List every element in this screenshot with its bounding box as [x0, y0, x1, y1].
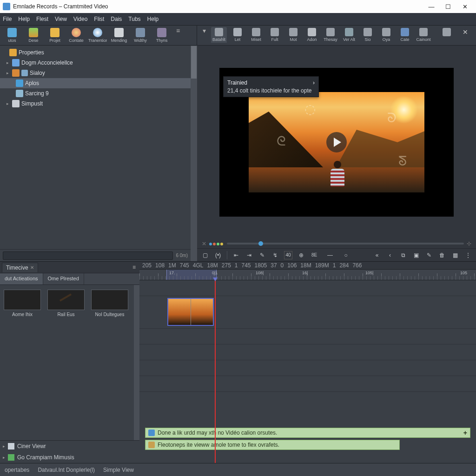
chevron-icon[interactable]: ▸: [5, 101, 10, 106]
tree-item[interactable]: ▸ Dogm Acconcielellce: [0, 58, 197, 68]
tool-veralt[interactable]: Ver Alt: [341, 27, 357, 43]
tool-oya[interactable]: Oya: [378, 27, 394, 43]
chevron-right-icon[interactable]: ›: [313, 79, 315, 86]
video-track[interactable]: [139, 280, 476, 296]
panel-icon: [157, 28, 166, 37]
sidebar-search-input[interactable]: [3, 251, 173, 260]
cut-button[interactable]: ✎: [258, 251, 266, 259]
tree-root[interactable]: Properties: [0, 47, 197, 58]
tool-mot[interactable]: Mot: [285, 27, 301, 43]
bin-tab[interactable]: Timecive ✕: [2, 263, 38, 272]
timecode: 40: [284, 251, 292, 259]
video-monitor[interactable]: ◌ ᘐ ᘕ ᘓ Trainied› 21,4 colt tinis itochi…: [219, 68, 454, 217]
close-button[interactable]: ✕: [456, 0, 473, 13]
chart-icon: [8, 454, 14, 461]
tool-batahlt[interactable]: Batahlt: [211, 27, 227, 43]
play-button[interactable]: [326, 132, 347, 152]
menu-item[interactable]: Flist: [94, 16, 104, 22]
video-track[interactable]: [139, 296, 476, 329]
tool-let[interactable]: Let: [230, 27, 245, 43]
menu-item[interactable]: Dais: [111, 16, 122, 22]
tool-cate[interactable]: Cate: [397, 27, 413, 43]
tool-sio[interactable]: Sio: [360, 27, 376, 43]
next-frame-button[interactable]: ⇥: [245, 251, 253, 259]
close-tab-icon[interactable]: ✕: [30, 265, 34, 270]
prev-frame-button[interactable]: ⇤: [232, 251, 240, 259]
scrub-track[interactable]: [227, 243, 464, 245]
tool-adon[interactable]: Adon: [304, 27, 320, 43]
sidebar-scrollbar[interactable]: [191, 46, 197, 261]
tree-item[interactable]: ▸ Sialoy: [0, 68, 197, 78]
chevron-icon[interactable]: ▸: [5, 71, 10, 75]
media-thumbnail: [91, 290, 128, 310]
timeline-hint[interactable]: Done a lik urdd may xth no Vidéo calion …: [145, 428, 470, 438]
tool-dese[interactable]: Dese: [24, 27, 43, 44]
tool-thesay[interactable]: Thesay: [323, 27, 338, 43]
edit-button[interactable]: ↯: [271, 251, 279, 259]
snap-button[interactable]: ⧉: [399, 251, 407, 259]
menu-item[interactable]: Tubs: [128, 16, 140, 22]
video-track[interactable]: [139, 344, 476, 360]
marker-button[interactable]: ▣: [412, 251, 420, 259]
tree-item[interactable]: ▸ Simpuslt: [0, 99, 197, 109]
scrub-handle-icon[interactable]: ⤫: [202, 240, 206, 247]
bin-footer-link[interactable]: ▸ Ciner Viewr: [0, 441, 139, 452]
menu-item[interactable]: View: [55, 16, 67, 22]
filter-tab[interactable]: Ome Plrested: [43, 273, 84, 284]
tool-thyns[interactable]: Thyns: [152, 27, 171, 44]
menu-item[interactable]: Help: [147, 16, 159, 22]
video-track[interactable]: [139, 329, 476, 344]
toolbar-overflow[interactable]: ≡: [174, 27, 182, 34]
tree-item[interactable]: Sarcing 9: [0, 88, 197, 99]
screen-icon: [233, 28, 242, 36]
menu-item[interactable]: Help: [18, 16, 30, 22]
chevron-down-icon[interactable]: ▾: [200, 27, 208, 34]
bin-scrollbar[interactable]: [134, 285, 139, 440]
circle-icon[interactable]: ○: [342, 251, 350, 259]
scrub-knob[interactable]: [258, 241, 263, 246]
tool-miset[interactable]: Miset: [248, 27, 264, 43]
timeline-ruler[interactable]: 17. 0|1 108| 16| 105| 105: [139, 269, 476, 280]
menu-item[interactable]: Video: [73, 16, 87, 22]
menu-item[interactable]: Flest: [36, 16, 48, 22]
skip-start-button[interactable]: «: [373, 251, 381, 259]
video-track[interactable]: [139, 360, 476, 376]
bin-footer-link[interactable]: ▸ Go Crampiarn Mimusis: [0, 452, 139, 463]
panel-menu-icon[interactable]: ≡: [131, 264, 138, 271]
image-icon: [401, 28, 409, 36]
timeline-tracks[interactable]: Done a lik urdd may xth no Vidéo calion …: [139, 280, 476, 463]
menu-item[interactable]: File: [3, 16, 12, 22]
filter-tab[interactable]: dut Actieations: [0, 273, 43, 284]
playhead[interactable]: [215, 280, 216, 463]
tool-fult[interactable]: Fult: [267, 27, 283, 43]
tool-transition[interactable]: Tranention: [88, 27, 107, 44]
media-item[interactable]: Rail Eus: [47, 290, 85, 317]
tool-contate[interactable]: Contate: [67, 27, 86, 44]
chevron-icon[interactable]: ▸: [5, 60, 10, 65]
tool-expand[interactable]: [439, 27, 455, 37]
grid-button[interactable]: ▦: [451, 251, 459, 259]
tool-mending[interactable]: Mending: [110, 27, 128, 44]
tool-cainont[interactable]: Cainont: [416, 27, 431, 43]
media-item[interactable]: Nol Dultegues: [91, 290, 128, 317]
timeline-hint[interactable]: Fleotoneps ite vieww amole tome to flex …: [145, 440, 400, 450]
tool-utos[interactable]: utos: [3, 27, 21, 44]
tool-projet[interactable]: Projet: [46, 27, 64, 44]
more-button[interactable]: ⋮: [464, 251, 472, 259]
tool-widthy[interactable]: Widthy: [131, 27, 150, 44]
tool-close-panel[interactable]: ✕: [457, 27, 473, 37]
trash-button[interactable]: 🗑: [438, 251, 446, 259]
timeline-clip[interactable]: [167, 298, 214, 326]
stop-button[interactable]: ▢: [201, 251, 209, 259]
maximize-button[interactable]: ☐: [440, 0, 456, 13]
media-item[interactable]: Aome lhix: [4, 290, 41, 317]
marker-icon[interactable]: ⊹: [467, 240, 471, 247]
step-back-button[interactable]: ‹: [386, 251, 394, 259]
zoom-button[interactable]: ⊕: [297, 251, 305, 259]
add-icon[interactable]: +: [463, 429, 467, 436]
loop-button[interactable]: (•): [214, 251, 222, 259]
minimize-button[interactable]: —: [423, 0, 440, 13]
video-track[interactable]: [139, 376, 476, 392]
tree-item-selected[interactable]: Aplos: [0, 78, 197, 88]
pencil-button[interactable]: ✎: [425, 251, 433, 259]
